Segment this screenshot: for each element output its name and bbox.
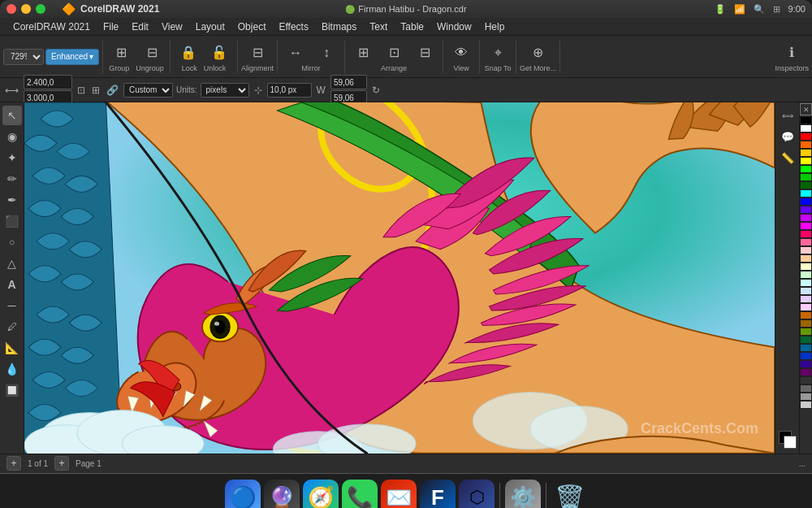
arrange2-button[interactable]: ⊡ <box>379 41 408 64</box>
color-swatch[interactable] <box>800 328 812 336</box>
menu-table[interactable]: Table <box>394 20 430 34</box>
custom-size-select[interactable]: Custom <box>123 83 173 98</box>
node-tool[interactable]: ◉ <box>2 127 22 146</box>
color-swatch[interactable] <box>800 336 812 344</box>
color-swatch[interactable] <box>800 352 812 360</box>
dock-siri[interactable]: 🔮 <box>264 480 300 508</box>
freehand-tool[interactable]: ✏ <box>2 169 22 189</box>
color-swatch[interactable] <box>800 271 812 279</box>
dock-launchpad[interactable]: ⬡ <box>459 480 495 508</box>
unlock-button[interactable]: 🔓 <box>205 41 234 63</box>
color-swatch[interactable] <box>800 124 812 132</box>
units-select[interactable]: pixels inches cm mm <box>201 83 249 98</box>
color-swatch[interactable] <box>800 376 812 384</box>
rect-tool[interactable]: ⬛ <box>2 211 22 231</box>
color-swatch[interactable] <box>800 132 812 141</box>
color-swatch[interactable] <box>800 401 812 409</box>
menu-edit[interactable]: Edit <box>125 20 155 34</box>
select-tool[interactable]: ↖ <box>2 106 22 125</box>
color-swatch[interactable] <box>800 279 812 287</box>
ungroup-button[interactable]: ⊟ <box>137 41 166 63</box>
alignment-button[interactable]: ⊟ <box>243 41 272 64</box>
color-swatch[interactable] <box>800 214 812 222</box>
menu-view[interactable]: View <box>155 20 189 34</box>
color-swatch[interactable] <box>800 319 812 328</box>
color-swatch[interactable] <box>800 303 812 311</box>
ruler-tool[interactable]: 📏 <box>778 148 797 167</box>
dock-finder[interactable]: 🔵 <box>225 480 261 508</box>
artistic-media-tool[interactable]: 🖊 <box>2 317 22 336</box>
color-swatch[interactable] <box>800 189 812 198</box>
minimize-button[interactable] <box>21 4 31 14</box>
text-tool[interactable]: A <box>2 275 22 294</box>
comment-tool[interactable]: 💬 <box>778 127 797 146</box>
line-tool[interactable]: ─ <box>2 296 22 315</box>
maximize-button[interactable] <box>36 4 45 14</box>
arrange3-button[interactable]: ⊟ <box>410 41 439 64</box>
color-swatch[interactable] <box>800 287 812 295</box>
search-icon[interactable]: 🔍 <box>754 4 765 15</box>
dock-mail[interactable]: ✉️ <box>381 480 417 508</box>
zoom-select[interactable]: 729% 100% 200% 400% <box>3 49 44 65</box>
color-swatch[interactable] <box>800 311 812 319</box>
fill-tool[interactable]: 💧 <box>2 359 22 379</box>
group-button[interactable]: ⊞ <box>106 41 136 63</box>
menu-bitmaps[interactable]: Bitmaps <box>315 20 363 34</box>
dock-trash[interactable]: 🗑️ <box>551 480 587 508</box>
color-swatch[interactable] <box>800 157 812 165</box>
dimension-tool[interactable]: 📐 <box>2 338 22 358</box>
control-center-icon[interactable]: ⊞ <box>773 4 780 15</box>
lock-button[interactable]: 🔒 <box>174 41 203 63</box>
color-swatch[interactable] <box>800 360 812 368</box>
color-swatch[interactable] <box>800 181 812 189</box>
color-swatch[interactable] <box>800 206 812 214</box>
menu-text[interactable]: Text <box>363 20 394 34</box>
menu-object[interactable]: Object <box>231 20 273 34</box>
snap-to-button[interactable]: ⌖ <box>483 41 512 64</box>
ellipse-tool[interactable]: ○ <box>2 232 22 252</box>
menu-effects[interactable]: Effects <box>272 20 314 34</box>
menu-help[interactable]: Help <box>478 20 512 34</box>
close-button[interactable] <box>6 4 16 14</box>
color-swatch[interactable] <box>800 116 812 124</box>
color-swatch[interactable] <box>800 222 812 230</box>
transform-tool[interactable]: ✦ <box>2 148 22 167</box>
menu-coreldraw[interactable]: CorelDRAW 2021 <box>6 20 97 34</box>
dock-phone[interactable]: 📞 <box>342 480 378 508</box>
no-color-swatch[interactable]: ✕ <box>800 103 812 115</box>
pen-tool[interactable]: ✒ <box>2 190 22 210</box>
color-swatch[interactable] <box>800 254 812 263</box>
dock-freeform[interactable]: F <box>420 480 456 508</box>
mirror-h-button[interactable]: ↔ <box>281 41 310 64</box>
color-swatch[interactable] <box>800 173 812 181</box>
width-input[interactable] <box>330 75 367 89</box>
dock-system-prefs[interactable]: ⚙️ <box>505 480 541 508</box>
color-swatch[interactable] <box>800 295 812 303</box>
view-mode-button[interactable]: Enhanced ▾ <box>45 49 99 65</box>
get-more-button[interactable]: ⊕ <box>524 41 553 64</box>
color-swatch[interactable] <box>800 263 812 271</box>
color-swatch[interactable] <box>800 368 812 376</box>
color-swatch[interactable] <box>800 149 812 157</box>
color-swatch[interactable] <box>800 246 812 254</box>
color-swatch[interactable] <box>800 384 812 393</box>
color-swatch[interactable] <box>800 393 812 401</box>
more-options[interactable]: ... <box>799 459 806 468</box>
menu-window[interactable]: Window <box>430 20 478 34</box>
resize-handle[interactable]: ⟺ <box>778 106 797 125</box>
menu-layout[interactable]: Layout <box>189 20 231 34</box>
color-swatch[interactable] <box>800 230 812 238</box>
dock-safari[interactable]: 🧭 <box>303 480 339 508</box>
add-page-button[interactable]: + <box>6 456 21 471</box>
color-swatch[interactable] <box>800 238 812 246</box>
mirror-v-button[interactable]: ↕ <box>312 41 341 64</box>
interactive-fill-tool[interactable]: 🔲 <box>2 380 22 400</box>
polygon-tool[interactable]: △ <box>2 254 22 273</box>
color-swatch[interactable] <box>800 141 812 149</box>
nudge-input[interactable] <box>267 83 312 98</box>
view-button[interactable]: 👁 <box>447 41 476 64</box>
color-swatch[interactable] <box>800 198 812 206</box>
position-x-input[interactable] <box>24 75 72 89</box>
zoom-control[interactable]: 729% 100% 200% 400% <box>3 49 44 65</box>
color-swatch[interactable] <box>800 344 812 352</box>
